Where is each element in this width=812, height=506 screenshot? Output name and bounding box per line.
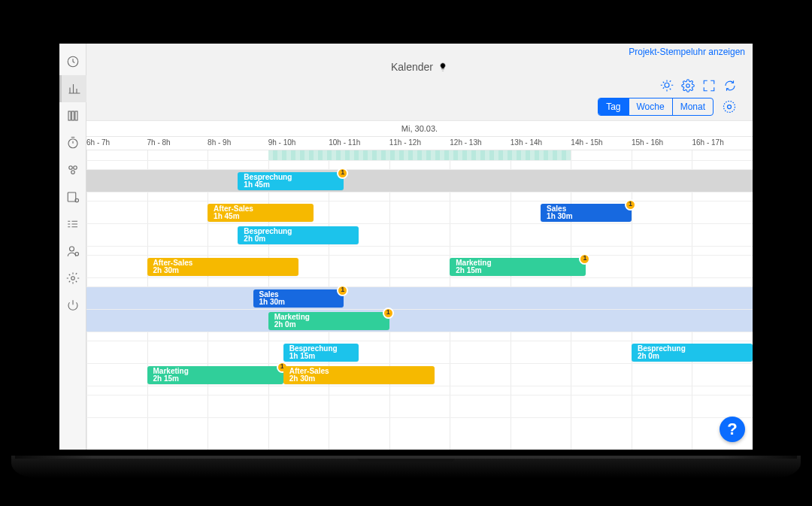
hour-label-13: 13h - 14h xyxy=(511,138,542,147)
hour-label-10: 10h - 11h xyxy=(329,138,360,147)
view-row: Tag Woche Monat xyxy=(94,98,745,120)
event-e3[interactable]: Sales1h 30m1 xyxy=(541,204,632,222)
svg-point-10 xyxy=(70,247,74,251)
hour-label-11: 11h - 12h xyxy=(389,138,421,147)
calendar-row: Besprechung1h 45m1 xyxy=(86,170,753,192)
svg-point-14 xyxy=(686,83,690,87)
event-e2[interactable]: After-Sales1h 45m xyxy=(208,204,314,222)
event-duration: 1h 45m xyxy=(244,181,338,189)
sidebar xyxy=(59,44,86,450)
calendar-row: After-Sales2h 30mMarketing2h 15m1 xyxy=(86,256,753,278)
toolbar xyxy=(94,77,745,95)
sidebar-item-gear[interactable] xyxy=(59,265,86,292)
svg-rect-2 xyxy=(72,111,74,120)
bulb-button[interactable] xyxy=(659,78,674,93)
svg-rect-3 xyxy=(75,111,77,120)
event-duration: 1h 30m xyxy=(547,213,626,221)
svg-point-13 xyxy=(665,83,669,87)
event-e6[interactable]: Marketing2h 15m1 xyxy=(450,258,586,276)
laptop-base xyxy=(11,456,801,478)
calendar-row xyxy=(86,161,753,170)
calendar-row xyxy=(86,332,753,341)
calendar-row xyxy=(86,247,753,256)
calendar: Mi, 30.03. 6h - 7h7h - 8h8h - 9h9h - 10h… xyxy=(86,120,753,450)
sidebar-item-archive[interactable] xyxy=(59,102,86,129)
svg-point-15 xyxy=(728,105,732,108)
event-e7[interactable]: Sales1h 30m1 xyxy=(253,289,344,308)
header: Projekt-Stempeluhr anzeigen Kalender Tag… xyxy=(86,44,753,120)
stamp-link[interactable]: Projekt-Stempeluhr anzeigen xyxy=(629,47,745,57)
svg-rect-1 xyxy=(68,111,71,120)
laptop-frame: Projekt-Stempeluhr anzeigen Kalender Tag… xyxy=(49,29,763,457)
sidebar-item-timer[interactable] xyxy=(59,129,86,156)
calendar-row: Besprechung2h 0m xyxy=(86,224,753,247)
event-badge: 1 xyxy=(579,253,590,265)
svg-point-11 xyxy=(75,252,79,256)
settings-button[interactable] xyxy=(680,78,695,93)
screen: Projekt-Stempeluhr anzeigen Kalender Tag… xyxy=(59,44,753,450)
event-badge: 1 xyxy=(625,199,636,211)
page-title-row: Kalender xyxy=(94,60,745,74)
event-e1[interactable]: Besprechung1h 45m1 xyxy=(238,172,344,190)
calendar-row: Marketing2h 15m1After-Sales2h 30m xyxy=(86,364,753,386)
sidebar-item-abc[interactable] xyxy=(59,211,86,238)
event-duration: 2h 30m xyxy=(289,375,429,383)
hour-label-7: 7h - 8h xyxy=(147,138,171,147)
sidebar-item-listgear[interactable] xyxy=(59,183,86,211)
event-e11[interactable]: Marketing2h 15m1 xyxy=(147,366,283,384)
svg-point-12 xyxy=(71,276,75,280)
event-e8[interactable]: Marketing2h 0m1 xyxy=(268,312,389,330)
event-e4[interactable]: Besprechung2h 0m xyxy=(238,226,359,244)
event-duration: 2h 0m xyxy=(244,235,353,244)
event-duration: 1h 30m xyxy=(259,298,338,307)
view-day-button[interactable]: Tag xyxy=(598,98,628,115)
event-badge: 1 xyxy=(337,168,348,179)
hour-label-16: 16h - 17h xyxy=(692,138,723,147)
hour-label-6: 6h - 7h xyxy=(86,138,110,147)
event-e12[interactable]: After-Sales2h 30m xyxy=(283,366,435,384)
hour-label-12: 12h - 13h xyxy=(450,138,481,147)
calendar-rows: Besprechung1h 45m1After-Sales1h 45mSales… xyxy=(86,150,753,450)
time-header: 6h - 7h7h - 8h8h - 9h9h - 10h10h - 11h11… xyxy=(86,137,753,150)
svg-point-6 xyxy=(74,165,77,169)
view-month-button[interactable]: Monat xyxy=(672,98,713,115)
sidebar-item-clock[interactable] xyxy=(59,48,86,75)
bulb-icon xyxy=(438,62,448,72)
event-badge: 1 xyxy=(337,285,348,296)
svg-point-16 xyxy=(724,101,735,112)
event-duration: 2h 0m xyxy=(638,353,747,361)
calendar-row xyxy=(86,192,753,201)
hour-label-14: 14h - 15h xyxy=(571,138,602,147)
refresh-button[interactable] xyxy=(723,78,738,93)
hour-label-8: 8h - 9h xyxy=(208,138,231,147)
help-button[interactable]: ? xyxy=(720,417,745,442)
calendar-row xyxy=(86,395,753,418)
event-duration: 2h 15m xyxy=(456,267,580,275)
hour-label-9: 9h - 10h xyxy=(268,138,296,147)
event-duration: 2h 15m xyxy=(153,375,277,383)
event-e5[interactable]: After-Sales2h 30m xyxy=(147,258,298,276)
sidebar-item-chart[interactable] xyxy=(59,75,86,102)
view-week-button[interactable]: Woche xyxy=(629,98,672,115)
sidebar-item-person[interactable] xyxy=(59,238,86,265)
calendar-row: Marketing2h 0m1 xyxy=(86,310,753,332)
event-e10[interactable]: Besprechung2h 0m xyxy=(632,344,753,362)
event-duration: 2h 0m xyxy=(274,321,383,329)
expand-button[interactable] xyxy=(701,78,717,93)
event-duration: 1h 45m xyxy=(214,213,308,221)
view-toggle: Tag Woche Monat xyxy=(598,98,714,116)
svg-point-5 xyxy=(69,165,73,169)
main: Projekt-Stempeluhr anzeigen Kalender Tag… xyxy=(86,44,753,450)
event-duration: 1h 15m xyxy=(289,353,353,361)
calendar-row: Sales1h 30m1 xyxy=(86,287,753,310)
calendar-settings-button[interactable] xyxy=(721,98,738,115)
svg-point-7 xyxy=(71,170,75,174)
sidebar-item-power[interactable] xyxy=(59,292,86,319)
sidebar-item-objects[interactable] xyxy=(59,156,86,183)
calendar-row xyxy=(86,386,753,395)
calendar-row xyxy=(86,278,753,287)
event-e9[interactable]: Besprechung1h 15m xyxy=(283,344,359,362)
calendar-row xyxy=(86,150,753,161)
event-duration: 2h 30m xyxy=(153,267,292,275)
page-title: Kalender xyxy=(391,61,433,73)
